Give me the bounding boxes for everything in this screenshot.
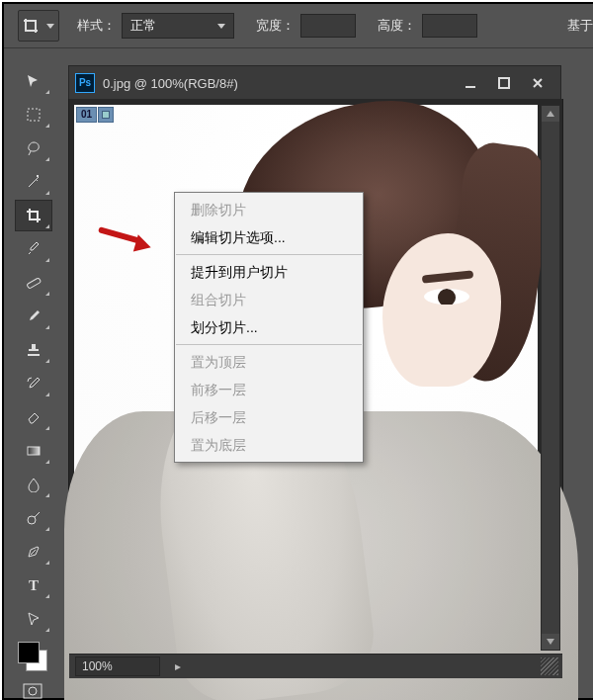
width-input[interactable] bbox=[300, 14, 356, 38]
height-label: 高度： bbox=[378, 17, 416, 35]
dodge-icon bbox=[26, 510, 42, 526]
drop-icon bbox=[26, 477, 42, 492]
move-tool[interactable] bbox=[15, 65, 52, 97]
status-flyout-button[interactable]: ▸ bbox=[170, 658, 186, 674]
menu-send-backward: 后移一层 bbox=[175, 403, 363, 431]
document-window: Ps 0.jpg @ 100%(RGB/8#) bbox=[68, 65, 561, 99]
canvas[interactable]: 01 删除切片 编辑切片选项... 提升到用户切片 组合切片 划分切片... 置… bbox=[74, 105, 538, 649]
minimize-button[interactable] bbox=[454, 72, 487, 94]
crop-icon bbox=[26, 208, 42, 223]
menu-combine-slices: 组合切片 bbox=[175, 286, 363, 313]
menu-send-to-back: 置为底层 bbox=[175, 431, 363, 459]
annotation-arrow-icon bbox=[98, 219, 157, 258]
menu-delete-slice: 删除切片 bbox=[175, 196, 363, 223]
pen-icon bbox=[26, 544, 42, 560]
width-label: 宽度： bbox=[256, 17, 295, 35]
chevron-down-icon bbox=[547, 639, 554, 645]
zoom-level-input[interactable]: 100% bbox=[75, 656, 160, 676]
clone-stamp-tool[interactable] bbox=[15, 334, 52, 366]
foreground-background-colors[interactable] bbox=[15, 639, 50, 674]
dodge-tool[interactable] bbox=[15, 502, 52, 534]
document-titlebar[interactable]: Ps 0.jpg @ 100%(RGB/8#) bbox=[68, 65, 561, 101]
history-brush-icon bbox=[26, 376, 42, 392]
blur-tool[interactable] bbox=[15, 469, 52, 500]
chevron-down-icon bbox=[46, 24, 54, 29]
maximize-button[interactable] bbox=[487, 72, 521, 94]
app-frame: 样式： 正常 宽度： 高度： 基于 T bbox=[2, 2, 593, 700]
slice-number: 01 bbox=[76, 107, 97, 123]
path-selection-tool[interactable] bbox=[15, 603, 52, 635]
history-brush-tool[interactable] bbox=[15, 368, 52, 399]
svg-point-3 bbox=[28, 516, 36, 524]
close-button[interactable] bbox=[521, 72, 554, 94]
crop-tool[interactable] bbox=[15, 200, 52, 231]
type-icon: T bbox=[29, 577, 39, 594]
lasso-icon bbox=[26, 140, 42, 156]
zoom-value: 100% bbox=[82, 659, 113, 673]
options-bar: 样式： 正常 宽度： 高度： 基于 bbox=[4, 4, 593, 48]
quickmask-icon bbox=[23, 683, 42, 699]
document-title: 0.jpg @ 100%(RGB/8#) bbox=[103, 76, 238, 91]
document-status-bar: 100% ▸ bbox=[69, 654, 562, 678]
eyedropper-tool[interactable] bbox=[15, 233, 52, 265]
vertical-scrollbar[interactable] bbox=[541, 105, 560, 651]
close-icon bbox=[532, 77, 544, 89]
gradient-icon bbox=[26, 443, 42, 459]
menu-separator bbox=[176, 254, 362, 255]
foreground-color-swatch[interactable] bbox=[18, 642, 40, 663]
slice-context-menu: 删除切片 编辑切片选项... 提升到用户切片 组合切片 划分切片... 置为顶层… bbox=[174, 192, 364, 463]
slice-type-icon bbox=[98, 107, 114, 123]
quick-mask-toggle[interactable] bbox=[15, 678, 50, 700]
scroll-down-button[interactable] bbox=[542, 634, 559, 650]
svg-rect-7 bbox=[499, 78, 509, 88]
ps-logo-icon: Ps bbox=[75, 73, 95, 93]
brush-tool[interactable] bbox=[15, 301, 52, 332]
based-on-label: 基于 bbox=[567, 17, 593, 35]
wand-icon bbox=[26, 174, 42, 190]
image-content bbox=[424, 289, 469, 305]
stamp-icon bbox=[26, 342, 42, 358]
crop-icon bbox=[23, 18, 42, 34]
lasso-tool[interactable] bbox=[15, 132, 52, 164]
marquee-tool[interactable] bbox=[15, 99, 52, 131]
slice-badge[interactable]: 01 bbox=[76, 107, 114, 123]
move-icon bbox=[26, 73, 42, 89]
menu-promote-to-user-slice[interactable]: 提升到用户切片 bbox=[175, 258, 363, 286]
menu-edit-slice-options[interactable]: 编辑切片选项... bbox=[175, 223, 363, 251]
gradient-tool[interactable] bbox=[15, 435, 52, 467]
eyedropper-icon bbox=[26, 241, 42, 257]
svg-rect-4 bbox=[24, 684, 42, 698]
height-input[interactable] bbox=[422, 14, 477, 38]
marquee-icon bbox=[26, 107, 42, 123]
scroll-track[interactable] bbox=[542, 122, 559, 634]
brush-icon bbox=[26, 308, 42, 324]
menu-divide-slice[interactable]: 划分切片... bbox=[175, 313, 363, 341]
document-body: 01 删除切片 编辑切片选项... 提升到用户切片 组合切片 划分切片... 置… bbox=[68, 99, 563, 679]
maximize-icon bbox=[498, 77, 510, 89]
menu-separator bbox=[176, 344, 362, 345]
magic-wand-tool[interactable] bbox=[15, 166, 52, 198]
healing-brush-tool[interactable] bbox=[15, 267, 52, 299]
arrow-icon bbox=[26, 611, 42, 627]
svg-rect-0 bbox=[28, 109, 40, 121]
type-tool[interactable]: T bbox=[15, 569, 52, 601]
style-select-value: 正常 bbox=[130, 17, 156, 35]
bandage-icon bbox=[26, 275, 42, 291]
style-select[interactable]: 正常 bbox=[122, 13, 234, 39]
minimize-icon bbox=[465, 77, 476, 89]
scroll-up-button[interactable] bbox=[542, 106, 559, 122]
resize-grip-icon[interactable] bbox=[541, 657, 558, 675]
svg-rect-2 bbox=[28, 447, 40, 455]
style-label: 样式： bbox=[77, 17, 116, 35]
chevron-up-icon bbox=[547, 111, 554, 117]
eraser-tool[interactable] bbox=[15, 401, 52, 433]
menu-bring-to-front: 置为顶层 bbox=[175, 348, 363, 376]
pen-tool[interactable] bbox=[15, 536, 52, 568]
chevron-down-icon bbox=[217, 24, 225, 29]
svg-rect-6 bbox=[466, 86, 475, 88]
tools-panel: T bbox=[15, 65, 54, 692]
svg-rect-9 bbox=[103, 112, 109, 118]
eraser-icon bbox=[26, 409, 42, 425]
current-tool-preset[interactable] bbox=[18, 10, 59, 42]
svg-point-5 bbox=[29, 687, 37, 695]
